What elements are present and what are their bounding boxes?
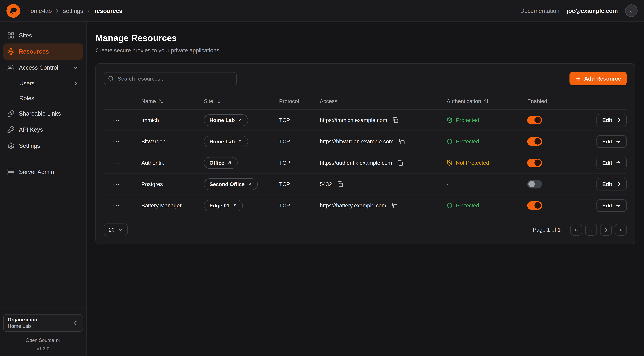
org-selector[interactable]: Organization Home Lab (3, 314, 83, 332)
shield-off-icon (447, 160, 453, 166)
protocol: TCP (279, 117, 320, 123)
last-page-button[interactable] (615, 224, 627, 236)
row-menu-button[interactable]: ⋯ (110, 136, 123, 146)
column-label: Name (141, 98, 156, 104)
edit-button[interactable]: Edit (596, 156, 627, 169)
copy-icon[interactable] (397, 136, 406, 146)
enabled-toggle[interactable] (527, 201, 542, 210)
access-url: https://immich.example.com (320, 117, 387, 123)
protocol: TCP (279, 160, 320, 166)
sidebar-item-server-admin[interactable]: Server Admin (3, 164, 83, 180)
table-row: ⋯ Postgres Second Office TCP 5432 - Edit (104, 174, 627, 195)
sidebar-item-roles[interactable]: Roles (3, 90, 83, 106)
sort-icon[interactable] (216, 99, 221, 104)
sidebar-item-shareable-links[interactable]: Shareable Links (3, 106, 83, 122)
org-value: Home Lab (8, 324, 37, 329)
copy-icon[interactable] (335, 179, 345, 189)
shield-check-icon (447, 202, 453, 208)
edit-button[interactable]: Edit (596, 199, 627, 212)
avatar[interactable]: J (625, 4, 638, 17)
row-menu-button[interactable]: ⋯ (110, 115, 123, 125)
sidebar-divider (0, 308, 86, 308)
sidebar-item-users[interactable]: Users (3, 76, 83, 90)
sidebar-item-resources[interactable]: Resources (3, 44, 83, 60)
auth-label: Protected (456, 202, 479, 208)
site-link-button[interactable]: Home Lab (204, 114, 248, 126)
chevrons-left-icon (574, 227, 579, 233)
search-icon (108, 76, 114, 82)
sidebar-item-settings[interactable]: Settings (3, 138, 83, 154)
site-name: Edge 01 (210, 202, 230, 208)
sidebar-item-access-control[interactable]: Access Control (3, 60, 83, 76)
prev-page-button[interactable] (585, 224, 597, 236)
first-page-button[interactable] (570, 224, 582, 236)
arrow-up-right-icon (232, 203, 237, 208)
avatar-initial: J (630, 8, 633, 14)
breadcrumb-org[interactable]: home-lab (28, 8, 52, 14)
sidebar-item-api-keys[interactable]: API Keys (3, 122, 83, 138)
external-link-icon (56, 338, 60, 342)
site-link-button[interactable]: Edge 01 (204, 200, 243, 211)
org-text: Organization Home Lab (8, 317, 37, 329)
link-icon (7, 110, 14, 117)
arrow-right-icon (616, 160, 621, 166)
resources-table: Name Site Protocol Access Authentication (104, 94, 627, 216)
edit-label: Edit (602, 138, 612, 144)
toggle-knob (534, 202, 541, 208)
arrow-right-icon (616, 202, 621, 208)
site-link-button[interactable]: Office (204, 157, 238, 168)
edit-label: Edit (602, 202, 612, 208)
documentation-link[interactable]: Documentation (520, 8, 560, 14)
copy-icon[interactable] (390, 115, 400, 125)
sidebar-item-sites[interactable]: Sites (3, 28, 83, 44)
copy-icon[interactable] (389, 200, 399, 210)
breadcrumb-settings[interactable]: settings (63, 8, 83, 14)
search-input[interactable] (104, 72, 237, 85)
topbar: home-lab settings resources Documentatio… (0, 0, 644, 22)
enabled-toggle[interactable] (527, 180, 542, 188)
chevron-right-icon (54, 8, 60, 14)
page-title: Manage Resources (96, 33, 635, 44)
breadcrumb-resources[interactable]: resources (94, 8, 122, 14)
site-name: Second Office (210, 181, 244, 187)
sidebar-item-label: Sites (19, 32, 32, 39)
add-resource-label: Add Resource (584, 76, 621, 82)
chevron-left-icon (588, 227, 594, 233)
sort-icon[interactable] (484, 99, 489, 104)
edit-button[interactable]: Edit (596, 114, 627, 126)
edit-button[interactable]: Edit (596, 135, 627, 148)
site-link-button[interactable]: Home Lab (204, 136, 248, 147)
auth-label: Protected (456, 117, 479, 123)
resource-name: Bitwarden (141, 138, 204, 144)
toggle-knob (534, 160, 541, 166)
chevron-right-icon (72, 80, 79, 86)
enabled-toggle[interactable] (527, 116, 542, 124)
row-menu-button[interactable]: ⋯ (110, 179, 123, 189)
page-info: Page 1 of 1 (533, 227, 561, 233)
row-menu-button[interactable]: ⋯ (110, 158, 123, 168)
enabled-toggle[interactable] (527, 137, 542, 146)
site-name: Home Lab (210, 117, 235, 123)
column-access: Access (320, 98, 447, 104)
edit-button[interactable]: Edit (596, 178, 627, 190)
topbar-right: Documentation joe@example.com J (520, 4, 638, 17)
app-logo-icon[interactable] (6, 4, 20, 18)
row-menu-button[interactable]: ⋯ (110, 200, 123, 210)
enabled-toggle[interactable] (527, 158, 542, 167)
site-link-button[interactable]: Second Office (204, 178, 258, 190)
site-name: Office (210, 160, 224, 166)
sort-icon[interactable] (158, 99, 164, 104)
resources-card: Add Resource Name Site P (96, 63, 635, 244)
column-label: Enabled (527, 98, 547, 104)
sidebar-item-label: Resources (19, 48, 49, 55)
add-resource-button[interactable]: Add Resource (570, 72, 627, 86)
auth-status: Not Protected (447, 160, 489, 166)
resource-name: Immich (141, 117, 204, 123)
page-size-select[interactable]: 20 (104, 224, 128, 236)
copy-icon[interactable] (395, 158, 405, 168)
open-source-link[interactable]: Open Source (3, 338, 83, 343)
next-page-button[interactable] (600, 224, 612, 236)
auth-status: Protected (447, 117, 479, 123)
sidebar-item-label: Roles (19, 95, 34, 101)
grid-icon (7, 32, 14, 39)
